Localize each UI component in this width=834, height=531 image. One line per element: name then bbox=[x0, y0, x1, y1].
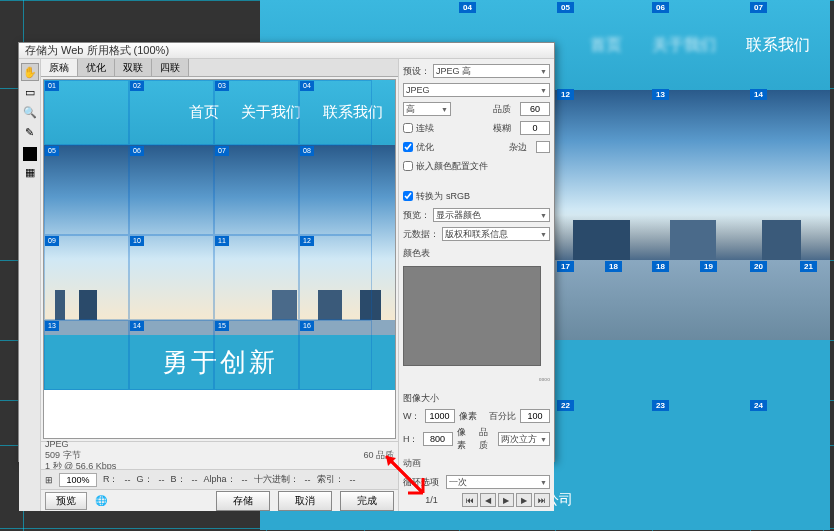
frame-counter: 1/1 bbox=[403, 495, 460, 505]
tab-original[interactable]: 原稿 bbox=[41, 59, 78, 76]
slice-number: 08 bbox=[300, 146, 314, 156]
preview-slice[interactable]: 16 bbox=[299, 320, 372, 390]
tab-4up[interactable]: 四联 bbox=[152, 59, 189, 76]
tab-2up[interactable]: 双联 bbox=[115, 59, 152, 76]
preview-slice[interactable]: 10 bbox=[129, 235, 214, 320]
cancel-button[interactable]: 取消 bbox=[278, 491, 332, 511]
preview-slice[interactable]: 05 bbox=[44, 145, 129, 235]
zoom-row: ⊞ R：-- G：-- B：-- Alpha：-- 十六进制：-- 索引：-- bbox=[41, 469, 398, 489]
slice-number: 07 bbox=[215, 146, 229, 156]
loop-select[interactable]: 一次 bbox=[446, 475, 550, 489]
quality2-label: 品质 bbox=[493, 103, 517, 116]
percent-input[interactable] bbox=[520, 409, 550, 423]
bg-nav-about: 关于我们 bbox=[652, 35, 716, 56]
browser-icon[interactable]: 🌐 bbox=[95, 495, 107, 506]
eyedropper-tool[interactable]: ✎ bbox=[21, 123, 39, 141]
toggle-slices[interactable]: ▦ bbox=[21, 163, 39, 181]
bg-nav-home: 首页 bbox=[590, 35, 622, 56]
slice-label: 17 bbox=[557, 261, 574, 272]
preview-slice[interactable]: 04 bbox=[299, 80, 372, 145]
height-input[interactable] bbox=[423, 432, 453, 446]
dialog-title: 存储为 Web 所用格式 (100%) bbox=[25, 43, 169, 58]
color-table-label: 颜色表 bbox=[403, 247, 430, 260]
preview-slice[interactable]: 09 bbox=[44, 235, 129, 320]
blur-input[interactable] bbox=[520, 121, 550, 135]
preview-slice[interactable]: 03 bbox=[214, 80, 299, 145]
preview-tabs: 原稿 优化 双联 四联 bbox=[41, 59, 398, 77]
tab-optimized[interactable]: 优化 bbox=[78, 59, 115, 76]
first-frame-btn[interactable]: ⏮ bbox=[462, 493, 478, 507]
slice-number: 04 bbox=[300, 81, 314, 91]
preview-slice[interactable]: 02 bbox=[129, 80, 214, 145]
resample-select[interactable]: 两次立方 bbox=[498, 432, 550, 446]
bottom-controls: 预览 🌐 存储 取消 完成 bbox=[41, 489, 398, 511]
preview-slice[interactable]: 08 bbox=[299, 145, 372, 235]
next-frame-btn[interactable]: ▶ bbox=[516, 493, 532, 507]
quality-select[interactable]: 高 bbox=[403, 102, 451, 116]
preview-button[interactable]: 预览 bbox=[45, 492, 87, 510]
preset-select[interactable]: JPEG 高 bbox=[433, 64, 550, 78]
slice-number: 02 bbox=[130, 81, 144, 91]
prev-frame-btn[interactable]: ◀ bbox=[480, 493, 496, 507]
preview-slice[interactable]: 06 bbox=[129, 145, 214, 235]
done-button[interactable]: 完成 bbox=[340, 491, 394, 511]
matte-label: 杂边 bbox=[509, 141, 533, 154]
info-quality: 60 品质 bbox=[363, 449, 394, 462]
slice-label: 13 bbox=[652, 89, 669, 100]
slice-select-tool[interactable]: ▭ bbox=[21, 83, 39, 101]
anim-label: 动画 bbox=[403, 457, 421, 470]
last-frame-btn[interactable]: ⏭ bbox=[534, 493, 550, 507]
loop-label: 循环选项 bbox=[403, 476, 443, 489]
percent-label: 百分比 bbox=[489, 410, 516, 423]
zoom-input[interactable] bbox=[59, 473, 97, 487]
slice-number: 05 bbox=[45, 146, 59, 156]
b-label: B： bbox=[171, 473, 186, 486]
preview-slice[interactable]: 07 bbox=[214, 145, 299, 235]
slice-number: 03 bbox=[215, 81, 229, 91]
preview-viewport[interactable]: 首页 关于我们 联系我们 勇于创新 0102030405060708091011… bbox=[43, 79, 396, 439]
preview-slice[interactable]: 12 bbox=[299, 235, 372, 320]
preview-slice[interactable]: 14 bbox=[129, 320, 214, 390]
fg-color-swatch[interactable] bbox=[23, 147, 37, 161]
index-label: 索引： bbox=[317, 473, 344, 486]
metadata-label: 元数据： bbox=[403, 228, 439, 241]
preview-slice[interactable]: 01 bbox=[44, 80, 129, 145]
preview-select[interactable]: 显示器颜色 bbox=[433, 208, 550, 222]
settings-panel: 预设： JPEG 高 JPEG 高 品质 连续 模糊 优化 杂边 bbox=[398, 59, 554, 511]
convert-srgb-check[interactable] bbox=[403, 191, 413, 201]
blur-label: 模糊 bbox=[493, 122, 517, 135]
matte-swatch[interactable] bbox=[536, 141, 550, 153]
quality-input[interactable] bbox=[520, 102, 550, 116]
slice-label: 18 bbox=[605, 261, 622, 272]
preview-slice[interactable]: 11 bbox=[214, 235, 299, 320]
width-input[interactable] bbox=[425, 409, 455, 423]
metadata-select[interactable]: 版权和联系信息 bbox=[442, 227, 550, 241]
info-format: JPEG bbox=[45, 439, 363, 450]
slice-label: 04 bbox=[459, 2, 476, 13]
slice-number: 14 bbox=[130, 321, 144, 331]
preview-slice[interactable]: 13 bbox=[44, 320, 129, 390]
preview-slice[interactable]: 15 bbox=[214, 320, 299, 390]
r-label: R： bbox=[103, 473, 119, 486]
slice-label: 05 bbox=[557, 2, 574, 13]
play-btn[interactable]: ▶ bbox=[498, 493, 514, 507]
slice-label: 21 bbox=[800, 261, 817, 272]
slice-label: 23 bbox=[652, 400, 669, 411]
slice-number: 11 bbox=[215, 236, 229, 246]
dialog-titlebar[interactable]: 存储为 Web 所用格式 (100%) bbox=[19, 43, 554, 59]
zoom-tool[interactable]: 🔍 bbox=[21, 103, 39, 121]
progressive-check[interactable] bbox=[403, 123, 413, 133]
optimized-check[interactable] bbox=[403, 142, 413, 152]
hand-tool[interactable]: ✋ bbox=[21, 63, 39, 81]
save-for-web-dialog: 存储为 Web 所用格式 (100%) ✋ ▭ 🔍 ✎ ▦ 原稿 优化 双联 四… bbox=[18, 42, 555, 462]
slice-label: 18 bbox=[652, 261, 669, 272]
preview-area: 原稿 优化 双联 四联 首页 关于我们 联系我们 勇于创新 0102030405… bbox=[41, 59, 398, 511]
slice-number: 13 bbox=[45, 321, 59, 331]
embed-profile-check[interactable] bbox=[403, 161, 413, 171]
slice-label: 22 bbox=[557, 400, 574, 411]
dialog-toolbar: ✋ ▭ 🔍 ✎ ▦ bbox=[19, 59, 41, 511]
slice-number: 12 bbox=[300, 236, 314, 246]
save-button[interactable]: 存储 bbox=[216, 491, 270, 511]
format-select[interactable]: JPEG bbox=[403, 83, 550, 97]
alpha-label: Alpha： bbox=[204, 473, 236, 486]
